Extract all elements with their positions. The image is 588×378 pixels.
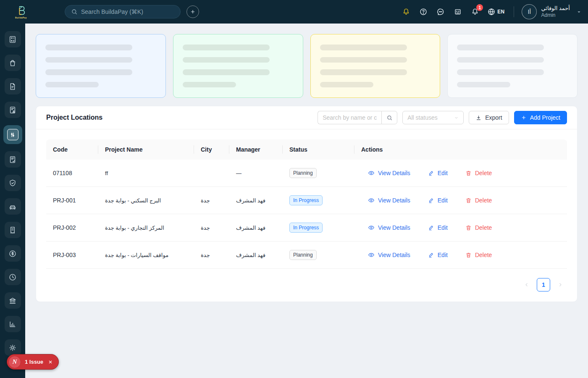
- skeleton-bar: [183, 69, 270, 75]
- bell-icon[interactable]: 1: [470, 7, 480, 17]
- table-row: PRJ-003 مواقف السيارات - بوابة جدة جدة ف…: [46, 242, 567, 269]
- panel-controls: All statuses Export Add Project: [318, 111, 567, 124]
- skeleton-bar: [183, 45, 270, 50]
- cell-status: Planning: [283, 250, 354, 260]
- delete-link[interactable]: Delete: [465, 197, 492, 204]
- notification-badge: 1: [476, 4, 483, 11]
- table-search-button[interactable]: [381, 111, 397, 124]
- view-details-link[interactable]: View Details: [368, 170, 410, 176]
- summary-skeleton-cards: [36, 34, 578, 98]
- sidebar-item-bank[interactable]: [5, 292, 21, 309]
- pagination-page-1[interactable]: 1: [537, 278, 550, 291]
- alert-bell-icon[interactable]: [401, 7, 411, 17]
- table-row: PRJ-002 المركز التجاري - بوابة جدة جدة ف…: [46, 214, 567, 242]
- global-search[interactable]: [65, 5, 181, 18]
- delete-link[interactable]: Delete: [465, 224, 492, 231]
- pagination-next-button[interactable]: [554, 278, 567, 291]
- pen-icon: [428, 225, 434, 231]
- quick-add-button[interactable]: [186, 5, 199, 18]
- contract-icon: [8, 106, 17, 114]
- skeleton-bar: [45, 57, 132, 63]
- close-icon[interactable]: [48, 360, 53, 365]
- cell-code: PRJ-002: [46, 224, 98, 231]
- eye-icon: [368, 224, 375, 231]
- sidebar-item-contract[interactable]: [5, 102, 21, 118]
- cell-manager: فهد المشرف: [229, 197, 283, 204]
- cell-actions: View Details Edit Delete: [354, 224, 567, 231]
- sidebar-item-file[interactable]: [5, 78, 21, 94]
- column-header-actions: Actions: [354, 139, 567, 160]
- status-filter-select[interactable]: All statuses: [402, 111, 464, 124]
- cell-project-name: ff: [98, 170, 194, 176]
- cell-actions: View Details Edit Delete: [354, 170, 567, 176]
- bar-chart-icon: [8, 320, 17, 328]
- table-row: 071108 ff — Planning View Details Edit D…: [46, 160, 567, 187]
- sidebar-item-shopping-bag[interactable]: [5, 55, 21, 71]
- user-menu[interactable]: أا أحمد الوفائي Admin: [522, 4, 581, 19]
- view-details-link[interactable]: View Details: [368, 197, 410, 204]
- sidebar-item-file-check[interactable]: [5, 151, 21, 168]
- cell-project-name: البرج السكني - بوابة جدة: [98, 197, 194, 204]
- globe-icon[interactable]: EN: [487, 7, 504, 17]
- sidebar-item-bar-chart[interactable]: [5, 316, 21, 332]
- pagination: 1: [46, 278, 567, 291]
- cell-city: جدة: [194, 225, 229, 231]
- delete-link[interactable]: Delete: [465, 170, 492, 176]
- language-label: EN: [497, 9, 504, 15]
- skeleton-card-yellow: [310, 34, 441, 98]
- view-details-link[interactable]: View Details: [368, 252, 410, 258]
- header-divider: [514, 6, 514, 17]
- column-header-status: Status: [283, 139, 354, 160]
- sidebar-item-shield-check[interactable]: [5, 175, 21, 191]
- sidebar-item-gear[interactable]: [5, 339, 21, 356]
- sidebar-item-clock[interactable]: [5, 269, 21, 285]
- trash-icon: [465, 197, 472, 204]
- skeleton-card-green: [173, 34, 303, 98]
- skeleton-bar: [183, 57, 270, 63]
- table-search-input[interactable]: [318, 111, 381, 124]
- cell-code: 071108: [46, 170, 98, 176]
- add-project-label: Add Project: [530, 114, 560, 121]
- pagination-prev-button[interactable]: [520, 278, 533, 291]
- skeleton-card-blue: [36, 34, 166, 98]
- user-role: Admin: [541, 12, 555, 18]
- column-header-city: City: [194, 139, 229, 160]
- shopping-bag-icon: [8, 59, 17, 67]
- sidebar-item-car[interactable]: [5, 198, 21, 215]
- dev-issues-badge[interactable]: N 1 Issue: [7, 354, 59, 370]
- issue-count-label: 1 Issue: [25, 359, 43, 365]
- sidebar-item-sliders[interactable]: [3, 125, 22, 144]
- edit-link[interactable]: Edit: [428, 252, 448, 258]
- chevron-right-icon: [558, 282, 563, 287]
- edit-link[interactable]: Edit: [428, 224, 448, 231]
- view-details-link[interactable]: View Details: [368, 224, 410, 231]
- car-icon: [8, 202, 17, 211]
- file-check-icon: [8, 155, 17, 164]
- edit-link[interactable]: Edit: [428, 197, 448, 204]
- status-filter-value: All statuses: [407, 114, 438, 121]
- panel-header: Project Locations All statuses: [36, 106, 577, 129]
- help-icon[interactable]: [418, 7, 428, 17]
- chat-icon[interactable]: [436, 7, 446, 17]
- download-icon: [475, 115, 482, 121]
- edit-link[interactable]: Edit: [428, 170, 448, 176]
- user-name: أحمد الوفائي: [541, 5, 570, 12]
- add-project-button[interactable]: Add Project: [514, 111, 567, 124]
- export-button[interactable]: Export: [469, 111, 509, 124]
- skeleton-bar: [457, 69, 544, 75]
- delete-link[interactable]: Delete: [465, 252, 492, 258]
- sidebar-item-receipt[interactable]: [5, 222, 21, 238]
- sidebar-nav: [0, 24, 25, 378]
- cell-manager: فهد المشرف: [229, 252, 283, 258]
- app-logo[interactable]: BuildaPay: [7, 5, 35, 19]
- dollar-circle-icon: [8, 249, 17, 258]
- main-content: Project Locations All statuses: [25, 24, 588, 378]
- global-search-input[interactable]: [81, 8, 174, 15]
- sidebar-item-calculator[interactable]: [5, 31, 21, 47]
- chevron-down-icon: [454, 116, 459, 120]
- skeleton-bar: [320, 57, 407, 63]
- robot-icon[interactable]: [453, 7, 463, 17]
- clock-icon: [8, 273, 17, 281]
- sidebar-item-dollar-circle[interactable]: [5, 245, 21, 262]
- search-icon: [386, 115, 393, 121]
